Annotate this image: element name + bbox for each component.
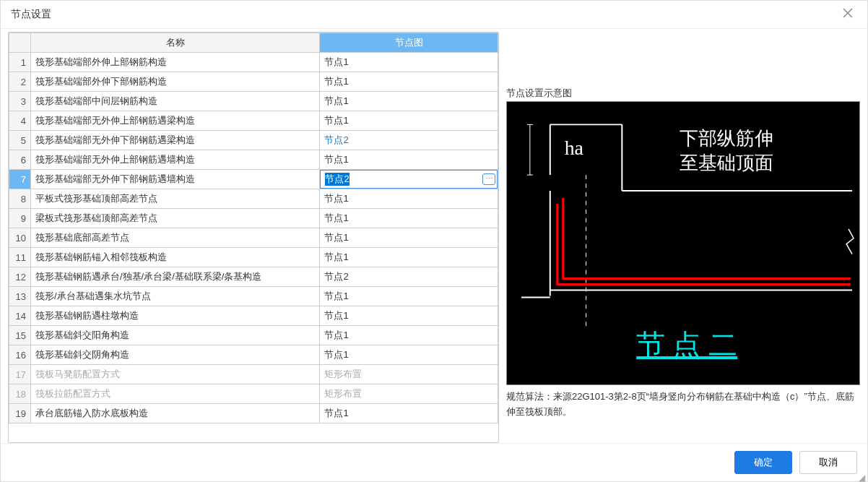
table-row[interactable]: 3筏形基础端部中间层钢筋构造节点1	[9, 92, 498, 111]
table-row[interactable]: 12筏形基础钢筋遇承台/独基/承台梁/基础联系梁/条基构造节点2	[9, 267, 498, 287]
row-index: 6	[9, 150, 31, 170]
row-name[interactable]: 筏形基础底部高差节点	[31, 228, 320, 248]
row-name[interactable]: 承台底筋锚入防水底板构造	[31, 404, 320, 423]
row-value[interactable]: 节点1	[320, 150, 498, 170]
table-row[interactable]: 15筏形基础斜交阳角构造节点1	[9, 326, 498, 345]
ok-button[interactable]: 确定	[734, 451, 792, 474]
row-name[interactable]: 筏形基础斜交阳角构造	[31, 326, 320, 345]
row-index: 10	[9, 228, 31, 248]
table-row[interactable]: 14筏形基础钢筋遇柱墩构造节点1	[9, 306, 498, 326]
row-index: 17	[9, 365, 31, 384]
row-value[interactable]: 节点1	[320, 306, 498, 326]
table-row[interactable]: 8平板式筏形基础顶部高差节点节点1	[9, 189, 498, 209]
row-index: 2	[9, 72, 31, 92]
row-index: 1	[9, 53, 31, 72]
row-name[interactable]: 梁板式筏形基础顶部高差节点	[31, 209, 320, 228]
row-index: 7	[9, 170, 31, 189]
row-value[interactable]: 节点2	[320, 131, 498, 150]
row-value[interactable]: 节点1	[320, 189, 498, 209]
row-value[interactable]: 节点1	[320, 209, 498, 228]
svg-text:节 点 二: 节 点 二	[636, 330, 737, 361]
row-value[interactable]: 节点1	[320, 228, 498, 248]
node-value-input[interactable]	[320, 170, 498, 189]
close-icon[interactable]	[838, 7, 857, 22]
row-name[interactable]: 筏形基础钢筋锚入相邻筏板构造	[31, 248, 320, 267]
row-index: 18	[9, 384, 31, 404]
cancel-button[interactable]: 取消	[799, 451, 857, 474]
row-value[interactable]: 矩形布置	[320, 384, 498, 404]
dialog-title: 节点设置	[11, 8, 51, 21]
row-name[interactable]: 筏形基础端部无外伸下部钢筋遇墙构造	[31, 170, 320, 189]
row-value[interactable]: 节点1	[320, 72, 498, 92]
row-value[interactable]: 节点1	[320, 111, 498, 131]
col-header-node[interactable]: 节点图	[320, 33, 498, 53]
row-name[interactable]: 筏形基础斜交阴角构造	[31, 345, 320, 365]
table-row[interactable]: 2筏形基础端部外伸下部钢筋构造节点1	[9, 72, 498, 92]
preview-caption: 节点设置示意图	[506, 87, 860, 100]
table-row[interactable]: 9梁板式筏形基础顶部高差节点节点1	[9, 209, 498, 228]
row-value[interactable]: 节点1	[320, 326, 498, 345]
table-row[interactable]: 5筏形基础端部无外伸下部钢筋遇梁构造节点2	[9, 131, 498, 150]
row-name[interactable]: 筏形基础钢筋遇承台/独基/承台梁/基础联系梁/条基构造	[31, 267, 320, 287]
row-index: 3	[9, 92, 31, 111]
table-row[interactable]: 13筏形/承台基础遇集水坑节点节点1	[9, 287, 498, 306]
row-index: 13	[9, 287, 31, 306]
table-row[interactable]: 7筏形基础端部无外伸下部钢筋遇墙构造⋯	[9, 170, 498, 189]
row-index: 4	[9, 111, 31, 131]
row-name[interactable]: 平板式筏形基础顶部高差节点	[31, 189, 320, 209]
table-row[interactable]: 17筏板马凳筋配置方式矩形布置	[9, 365, 498, 384]
table-row[interactable]: 6筏形基础端部无外伸上部钢筋遇墙构造节点1	[9, 150, 498, 170]
preview-diagram: ha 下部纵筋伸 至基础顶面 节 点 二	[506, 101, 860, 385]
svg-text:ha: ha	[565, 137, 583, 159]
row-index: 5	[9, 131, 31, 150]
svg-text:下部纵筋伸: 下部纵筋伸	[680, 128, 773, 148]
node-table-panel: 名称 节点图 1筏形基础端部外伸上部钢筋构造节点12筏形基础端部外伸下部钢筋构造…	[8, 32, 499, 443]
more-icon[interactable]: ⋯	[482, 173, 495, 185]
row-name[interactable]: 筏形基础端部中间层钢筋构造	[31, 92, 320, 111]
table-row[interactable]: 10筏形基础底部高差节点节点1	[9, 228, 498, 248]
table-row[interactable]: 11筏形基础钢筋锚入相邻筏板构造节点1	[9, 248, 498, 267]
row-index: 11	[9, 248, 31, 267]
table-row[interactable]: 1筏形基础端部外伸上部钢筋构造节点1	[9, 53, 498, 72]
row-value[interactable]: 节点1	[320, 404, 498, 423]
row-value[interactable]: 矩形布置	[320, 365, 498, 384]
row-index: 12	[9, 267, 31, 287]
algorithm-note: 规范算法：来源22G101-3第2-8页“墙身竖向分布钢筋在基础中构造（c）”节…	[506, 390, 860, 420]
row-name[interactable]: 筏形基础钢筋遇柱墩构造	[31, 306, 320, 326]
row-name[interactable]: 筏形基础端部无外伸上部钢筋遇墙构造	[31, 150, 320, 170]
row-name[interactable]: 筏板拉筋配置方式	[31, 384, 320, 404]
col-header-index	[9, 33, 31, 53]
row-index: 19	[9, 404, 31, 423]
node-settings-dialog: 节点设置 名称 节点图 1筏形基础端部外伸上部钢筋构造节点12筏形基础端部外伸下…	[0, 0, 868, 482]
row-value[interactable]: 节点1	[320, 248, 498, 267]
row-index: 8	[9, 189, 31, 209]
row-name[interactable]: 筏板马凳筋配置方式	[31, 365, 320, 384]
row-index: 14	[9, 306, 31, 326]
row-name[interactable]: 筏形基础端部外伸下部钢筋构造	[31, 72, 320, 92]
row-name[interactable]: 筏形基础端部无外伸上部钢筋遇梁构造	[31, 111, 320, 131]
row-value[interactable]: 节点1	[320, 53, 498, 72]
row-name[interactable]: 筏形基础端部外伸上部钢筋构造	[31, 53, 320, 72]
row-name[interactable]: 筏形基础端部无外伸下部钢筋遇梁构造	[31, 131, 320, 150]
table-row[interactable]: 4筏形基础端部无外伸上部钢筋遇梁构造节点1	[9, 111, 498, 131]
node-table: 名称 节点图 1筏形基础端部外伸上部钢筋构造节点12筏形基础端部外伸下部钢筋构造…	[9, 33, 498, 423]
row-value[interactable]: 节点2	[320, 267, 498, 287]
row-name[interactable]: 筏形/承台基础遇集水坑节点	[31, 287, 320, 306]
table-row[interactable]: 18筏板拉筋配置方式矩形布置	[9, 384, 498, 404]
table-row[interactable]: 19承台底筋锚入防水底板构造节点1	[9, 404, 498, 423]
col-header-name[interactable]: 名称	[31, 33, 320, 53]
row-value[interactable]: 节点1	[320, 287, 498, 306]
table-row[interactable]: 16筏形基础斜交阴角构造节点1	[9, 345, 498, 365]
dialog-footer: 确定 取消	[1, 443, 867, 481]
row-value[interactable]: ⋯	[320, 170, 498, 189]
row-index: 15	[9, 326, 31, 345]
dialog-header: 节点设置	[1, 1, 867, 29]
resize-grip-icon[interactable]: ◢	[859, 473, 866, 480]
row-value[interactable]: 节点1	[320, 92, 498, 111]
row-index: 9	[9, 209, 31, 228]
preview-panel: 节点设置示意图	[506, 32, 860, 443]
row-index: 16	[9, 345, 31, 365]
row-value[interactable]: 节点1	[320, 345, 498, 365]
svg-text:至基础顶面: 至基础顶面	[680, 152, 773, 173]
